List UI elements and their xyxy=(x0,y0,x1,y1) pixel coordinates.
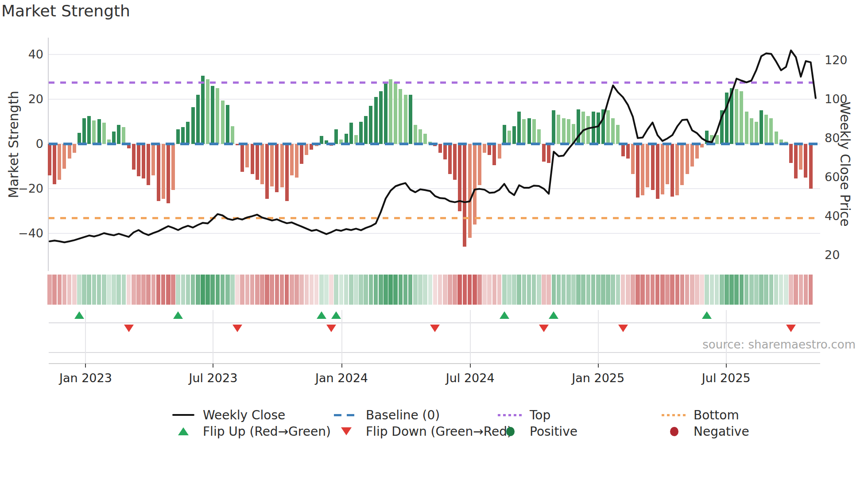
flip-down-marker xyxy=(232,325,242,332)
marker-panel-gridline xyxy=(85,310,86,364)
heatmap-cell xyxy=(107,275,111,305)
heatmap-cell xyxy=(329,275,333,305)
heatmap-cell xyxy=(734,275,739,305)
flip-up-marker xyxy=(317,311,326,319)
legend-label: Negative xyxy=(694,424,749,439)
heatmap-cell xyxy=(463,275,467,305)
heatmap-cell xyxy=(774,275,779,305)
legend-label: Flip Up (Red→Green) xyxy=(203,424,331,439)
heatmap-cell xyxy=(122,275,126,305)
heatmap-cell xyxy=(749,275,754,305)
heatmap-cell xyxy=(502,275,507,305)
heatmap-cell xyxy=(369,275,373,305)
heatmap-cell xyxy=(710,275,714,305)
heatmap-cell xyxy=(764,275,768,305)
heatmap-cell xyxy=(299,275,304,305)
heatmap-cell xyxy=(665,275,670,305)
flip-up-marker xyxy=(500,311,509,319)
heatmap-cell xyxy=(146,275,151,305)
heatmap-cell xyxy=(532,275,536,305)
heatmap-cell xyxy=(670,275,674,305)
heatmap-cell xyxy=(497,275,502,305)
heatmap-cell xyxy=(631,275,635,305)
heatmap-cell xyxy=(799,275,803,305)
heatmap-cell xyxy=(655,275,660,305)
heatmap-cell xyxy=(92,275,97,305)
heatmap-cell xyxy=(646,275,650,305)
heatmap-cell xyxy=(626,275,630,305)
heatmap-cell xyxy=(636,275,640,305)
heatmap-cell xyxy=(705,275,709,305)
heatmap-cell xyxy=(690,275,694,305)
heatmap-cell xyxy=(270,275,274,305)
heatmap-cell xyxy=(542,275,546,305)
heatmap-cell xyxy=(794,275,798,305)
heatmap-cell xyxy=(448,275,452,305)
heatmap-cell xyxy=(334,275,338,305)
heatmap-cell xyxy=(230,275,235,305)
heatmap-cell xyxy=(112,275,116,305)
heatmap-cell xyxy=(715,275,719,305)
heatmap-cell xyxy=(62,275,67,305)
heatmap-cell xyxy=(413,275,418,305)
heatmap-cell xyxy=(201,275,205,305)
heatmap-cell xyxy=(240,275,244,305)
heatmap-cell xyxy=(191,275,195,305)
heatmap-cell xyxy=(319,275,324,305)
marker-panel-gridline xyxy=(726,310,727,364)
heatmap-cell xyxy=(552,275,556,305)
heatmap-cell xyxy=(586,275,591,305)
x-tick-label: Jul 2023 xyxy=(189,371,237,385)
dot-red-icon xyxy=(670,427,678,436)
heatmap-cell xyxy=(290,275,294,305)
marker-panel-line xyxy=(49,322,820,323)
heatmap-cell xyxy=(804,275,808,305)
heatmap-cell xyxy=(141,275,146,305)
heatmap-cell xyxy=(438,275,442,305)
dashes-blue-icon xyxy=(334,414,359,416)
x-tick-mark xyxy=(598,364,599,368)
heatmap-cell xyxy=(216,275,220,305)
legend-label: Bottom xyxy=(694,408,739,422)
heatmap-cell xyxy=(87,275,91,305)
dot-green-icon xyxy=(496,427,524,436)
heatmap-cell xyxy=(453,275,457,305)
heatmap-cell xyxy=(161,275,166,305)
heatmap-cell xyxy=(339,275,344,305)
heatmap-cell xyxy=(660,275,665,305)
line-icon xyxy=(169,414,198,416)
heatmap-cell xyxy=(77,275,81,305)
heatmap-cell xyxy=(744,275,749,305)
heatmap-cell xyxy=(245,275,250,305)
dot-green-icon xyxy=(506,427,515,436)
flip-up-marker xyxy=(173,311,183,319)
dashes-blue-icon xyxy=(332,414,360,416)
heatmap-cell xyxy=(384,275,388,305)
flip-up-marker xyxy=(331,311,341,319)
heatmap-cell xyxy=(680,275,685,305)
dots-orange-icon xyxy=(662,414,686,416)
heatmap-cell xyxy=(433,275,438,305)
heatmap-cell xyxy=(754,275,759,305)
heatmap-cell xyxy=(379,275,383,305)
heatmap-cell xyxy=(769,275,774,305)
heatmap-cell xyxy=(527,275,531,305)
heatmap-cell xyxy=(700,275,704,305)
flip-down-marker xyxy=(539,325,549,332)
x-tick-mark xyxy=(726,364,727,368)
x-tick-mark xyxy=(341,364,342,368)
heatmap-cell xyxy=(492,275,497,305)
flip-down-marker xyxy=(618,325,628,332)
flip-up-marker xyxy=(74,311,84,319)
heatmap-cell xyxy=(250,275,255,305)
legend-item-line: Weekly Close xyxy=(169,407,285,422)
heatmap-cell xyxy=(640,275,645,305)
heatmap-cell xyxy=(136,275,141,305)
heatmap-cell xyxy=(221,275,225,305)
legend-label: Weekly Close xyxy=(203,408,285,422)
heatmap-cell xyxy=(285,275,289,305)
heatmap-cell xyxy=(399,275,403,305)
heatmap-cell xyxy=(759,275,763,305)
flip-down-marker xyxy=(124,325,134,332)
heatmap-cell xyxy=(482,275,487,305)
